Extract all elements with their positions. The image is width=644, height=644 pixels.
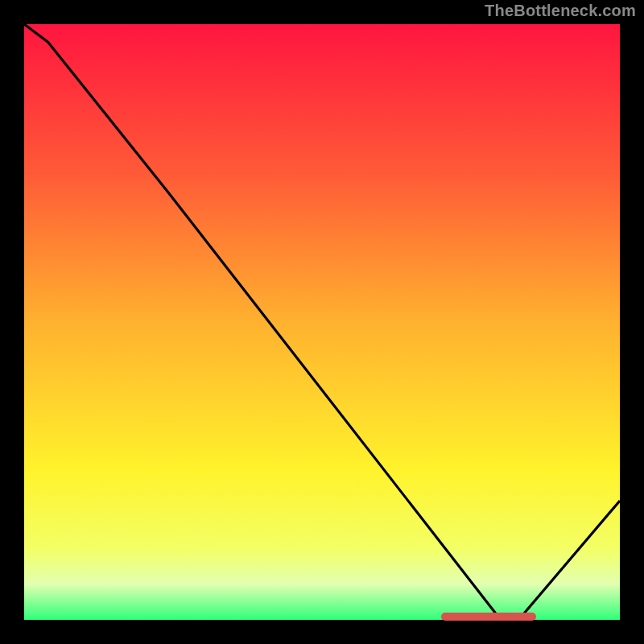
optimal-range-marker xyxy=(441,613,536,621)
watermark-text: TheBottleneck.com xyxy=(485,2,636,20)
bottleneck-chart xyxy=(24,24,620,620)
chart-line xyxy=(24,24,620,620)
